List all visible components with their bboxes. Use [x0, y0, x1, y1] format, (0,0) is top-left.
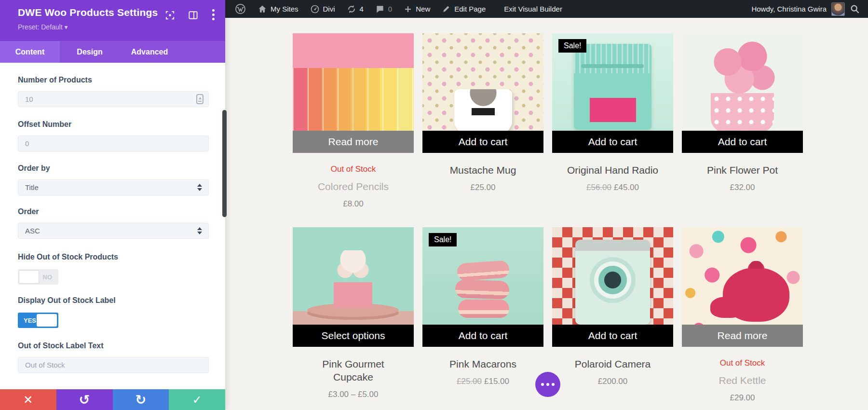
product-name[interactable]: Red Kettle	[682, 374, 803, 387]
field-label: Order	[18, 207, 209, 216]
tab-advanced[interactable]: Advanced	[120, 41, 179, 63]
chevron-updown-icon	[197, 227, 202, 234]
panel-options-menu-icon[interactable]	[212, 9, 215, 22]
read-more-button[interactable]: Read more	[293, 131, 414, 153]
field-number-of-products: Number of Products	[18, 76, 209, 107]
plus-icon	[404, 5, 412, 14]
product-image-pink-macarons[interactable]: Sale! Add to cart	[422, 227, 543, 347]
field-label: Out of Stock Label Text	[18, 342, 209, 350]
page-canvas: Read more Out of Stock Colored Pencils £…	[225, 0, 868, 410]
product-name[interactable]: Colored Pencils	[293, 180, 414, 193]
tab-content[interactable]: Content	[0, 41, 60, 63]
product-price: £3.00 – £5.00	[293, 390, 414, 399]
product-price: £25.00£15.00	[422, 377, 543, 386]
sale-badge: Sale!	[558, 39, 586, 53]
read-more-button[interactable]: Read more	[682, 325, 803, 347]
add-to-cart-button[interactable]: Add to cart	[552, 131, 673, 153]
comments-menu[interactable]: 0	[375, 4, 392, 14]
user-avatar[interactable]	[831, 2, 845, 16]
field-label: Order by	[18, 164, 209, 173]
sale-price: £15.00	[484, 377, 509, 386]
exit-visual-builder-button[interactable]: Exit Visual Builder	[504, 5, 562, 13]
panel-action-buttons: ✕ ↺ ↻ ✓	[0, 389, 225, 410]
sale-price: £45.00	[614, 183, 639, 192]
add-to-cart-button[interactable]: Add to cart	[682, 131, 803, 153]
house-icon	[258, 4, 267, 14]
edit-page-menu[interactable]: Edit Page	[442, 4, 486, 14]
product-name[interactable]: Pink Flower Pot	[682, 164, 803, 177]
old-price: £25.00	[457, 377, 482, 386]
undo-button[interactable]: ↺	[56, 389, 113, 410]
macaron-shape	[458, 300, 509, 318]
offset-number-input[interactable]	[25, 139, 202, 148]
product-card: Sale! Add to cart Original Hand Radio £5…	[552, 33, 673, 192]
module-settings-panel: DWE Woo Products Settings Preset: Defaul…	[0, 0, 225, 410]
product-image-polaroid-camera[interactable]: Add to cart	[552, 227, 673, 347]
refresh-icon	[347, 4, 356, 14]
add-to-cart-button[interactable]: Add to cart	[552, 325, 673, 347]
product-image-original-hand-radio[interactable]: Sale! Add to cart	[552, 33, 673, 153]
tab-design[interactable]: Design	[60, 41, 120, 63]
product-name[interactable]: Mustache Mug	[422, 164, 543, 177]
hide-out-of-stock-toggle[interactable]: NO	[18, 269, 58, 285]
save-button[interactable]: ✓	[169, 389, 225, 410]
redo-button[interactable]: ↻	[113, 389, 169, 410]
field-label: Hide Out of Stock Products	[18, 253, 209, 261]
out-of-stock-label: Out of Stock	[682, 358, 803, 368]
sale-badge: Sale!	[429, 233, 457, 246]
product-card: Sale! Add to cart Pink Macarons £25.00£1…	[422, 227, 543, 386]
product-name[interactable]: Pink Gourmet Cupcake	[312, 357, 394, 383]
display-out-of-stock-label-toggle[interactable]: YES	[18, 313, 58, 328]
preset-dropdown[interactable]: Preset: Default ▾	[18, 23, 68, 31]
product-card: Add to cart Mustache Mug £25.00	[422, 33, 543, 192]
divi-menu[interactable]: Divi	[310, 4, 335, 14]
number-stepper-icon[interactable]	[196, 94, 203, 104]
product-image-colored-pencils[interactable]: Read more	[293, 33, 414, 153]
product-name[interactable]: Original Hand Radio	[552, 164, 673, 177]
page-settings-ellipsis-button[interactable]	[535, 372, 560, 397]
divi-gauge-icon	[310, 4, 320, 14]
discard-button[interactable]: ✕	[0, 389, 56, 410]
howdy-account-menu[interactable]: Howdy, Christina Gwira	[751, 5, 827, 13]
product-price: £200.00	[552, 377, 673, 386]
add-to-cart-button[interactable]: Add to cart	[422, 325, 543, 347]
order-by-select[interactable]: Title	[18, 179, 209, 195]
product-card: Add to cart Pink Flower Pot £32.00	[682, 33, 803, 192]
product-price: £25.00	[422, 183, 543, 192]
field-offset-number: Offset Number	[18, 120, 209, 151]
select-options-button[interactable]: Select options	[293, 325, 414, 347]
field-out-of-stock-label-text: Out of Stock Label Text	[18, 342, 209, 373]
wordpress-logo-menu[interactable]	[235, 3, 246, 14]
wordpress-logo-icon	[235, 3, 246, 14]
order-select[interactable]: ASC	[18, 223, 209, 239]
product-image-red-kettle[interactable]: Read more	[682, 227, 803, 347]
field-hide-out-of-stock: Hide Out of Stock Products NO	[18, 253, 209, 285]
field-label: Number of Products	[18, 76, 209, 84]
old-price: £56.00	[586, 183, 611, 192]
updates-menu[interactable]: 4	[347, 4, 364, 14]
product-name[interactable]: Polaroid Camera	[552, 357, 673, 370]
product-image-pink-flower-pot[interactable]: Add to cart	[682, 33, 803, 153]
out-of-stock-label: Out of Stock	[293, 164, 414, 174]
toggle-knob	[19, 270, 39, 284]
product-card: Read more Out of Stock Red Kettle £29.00	[682, 227, 803, 403]
product-price: £29.00	[682, 393, 803, 403]
product-card: Read more Out of Stock Colored Pencils £…	[293, 33, 414, 209]
out-of-stock-label-text-input[interactable]	[25, 361, 202, 369]
product-name[interactable]: Pink Macarons	[422, 357, 543, 370]
divi-visual-builder: Read more Out of Stock Colored Pencils £…	[0, 0, 868, 410]
field-order: Order ASC	[18, 207, 209, 239]
panel-title: DWE Woo Products Settings	[18, 7, 158, 18]
search-icon[interactable]	[850, 4, 860, 14]
my-sites-menu[interactable]: My Sites	[258, 4, 298, 14]
panel-layout-icon[interactable]	[188, 10, 199, 21]
product-image-mustache-mug[interactable]: Add to cart	[422, 33, 543, 153]
add-to-cart-button[interactable]: Add to cart	[422, 131, 543, 153]
product-image-pink-gourmet-cupcake[interactable]: Select options	[293, 227, 414, 347]
panel-scrollbar[interactable]	[222, 110, 227, 217]
product-card: Add to cart Polaroid Camera £200.00	[552, 227, 673, 386]
new-content-menu[interactable]: New	[404, 5, 430, 14]
product-price: £8.00	[293, 199, 414, 209]
expand-module-icon[interactable]	[164, 10, 176, 21]
number-of-products-input[interactable]	[25, 95, 202, 103]
